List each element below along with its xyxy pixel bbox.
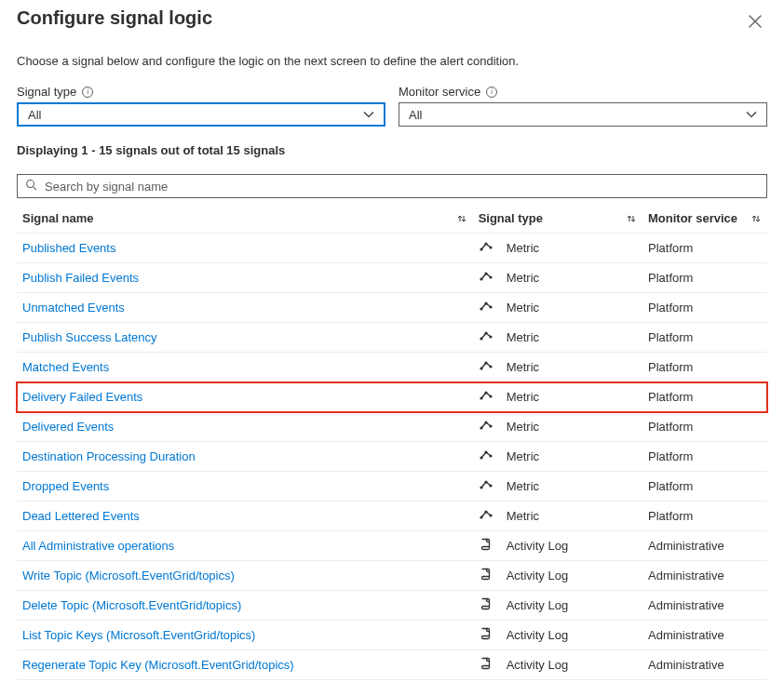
sort-icon <box>456 213 467 224</box>
monitor-service-text: Platform <box>642 472 767 502</box>
search-input[interactable] <box>43 179 759 194</box>
signal-link[interactable]: All Administrative operations <box>22 539 174 553</box>
table-row[interactable]: Delivered Events MetricPlatform <box>17 412 767 442</box>
signal-link[interactable]: Delivered Events <box>22 420 114 434</box>
table-row[interactable]: Write Topic (Microsoft.EventGrid/topics)… <box>17 561 767 591</box>
monitor-service-text: Platform <box>642 293 767 323</box>
signals-table: Signal name Signal type <box>17 204 767 680</box>
filters-row: Signal type i All Monitor service i All <box>17 85 767 127</box>
table-row[interactable]: Unmatched Events MetricPlatform <box>17 293 767 323</box>
signal-type-text: Metric <box>507 241 539 255</box>
monitor-service-text: Administrative <box>642 561 767 591</box>
signal-link[interactable]: Write Topic (Microsoft.EventGrid/topics) <box>22 569 235 582</box>
metric-icon <box>479 477 493 495</box>
monitor-service-text: Administrative <box>642 591 767 621</box>
table-row[interactable]: Publish Failed Events MetricPlatform <box>17 263 767 293</box>
panel-header: Configure signal logic <box>17 0 767 41</box>
metric-icon <box>479 269 493 287</box>
results-count: Displaying 1 - 15 signals out of total 1… <box>17 143 767 157</box>
signal-link[interactable]: List Topic Keys (Microsoft.EventGrid/top… <box>22 628 255 642</box>
signal-type-text: Metric <box>507 271 539 285</box>
col-header-monitor-service[interactable]: Monitor service <box>642 204 767 234</box>
signal-type-text: Metric <box>507 509 539 523</box>
signal-link[interactable]: Published Events <box>22 241 115 255</box>
table-row[interactable]: Published Events MetricPlatform <box>17 234 767 263</box>
monitor-service-text: Platform <box>642 502 767 531</box>
table-row[interactable]: Dropped Events MetricPlatform <box>17 472 767 502</box>
signal-type-text: Metric <box>507 390 539 404</box>
signal-link[interactable]: Publish Failed Events <box>22 271 139 285</box>
svg-line-1 <box>34 187 37 191</box>
metric-icon <box>479 388 493 406</box>
table-row[interactable]: All Administrative operations Activity L… <box>17 531 767 561</box>
metric-icon <box>479 507 493 525</box>
col-header-signal-type[interactable]: Signal type <box>473 204 642 234</box>
signal-type-text: Activity Log <box>507 628 568 642</box>
signal-link[interactable]: Delete Topic (Microsoft.EventGrid/topics… <box>22 598 241 612</box>
table-row[interactable]: Destination Processing Duration MetricPl… <box>17 442 767 472</box>
metric-icon <box>479 239 493 257</box>
svg-point-0 <box>27 181 34 188</box>
info-icon[interactable]: i <box>486 87 497 98</box>
activity-log-icon <box>479 537 493 555</box>
signal-type-text: Activity Log <box>507 569 568 582</box>
search-box[interactable] <box>17 174 767 198</box>
monitor-service-value: All <box>409 108 746 122</box>
intro-text: Choose a signal below and configure the … <box>17 54 767 68</box>
signal-type-label: Signal type <box>17 85 76 99</box>
col-header-signal-name[interactable]: Signal name <box>17 204 473 234</box>
metric-icon <box>479 358 493 376</box>
signal-type-filter: Signal type i All <box>17 85 385 127</box>
close-icon[interactable] <box>743 9 767 35</box>
monitor-service-text: Platform <box>642 353 767 382</box>
signal-type-text: Metric <box>507 479 539 493</box>
chevron-down-icon <box>363 109 374 120</box>
metric-icon <box>479 448 493 465</box>
monitor-service-label-row: Monitor service i <box>399 85 767 99</box>
signal-type-text: Metric <box>507 420 539 434</box>
monitor-service-text: Administrative <box>642 650 767 680</box>
signal-link[interactable]: Regenerate Topic Key (Microsoft.EventGri… <box>22 658 294 672</box>
table-row[interactable]: Delivery Failed Events MetricPlatform <box>17 382 767 412</box>
monitor-service-filter: Monitor service i All <box>399 85 767 127</box>
signal-type-text: Metric <box>507 449 539 463</box>
monitor-service-text: Administrative <box>642 531 767 561</box>
signal-type-text: Metric <box>507 330 539 344</box>
signal-link[interactable]: Unmatched Events <box>22 301 125 315</box>
signal-link[interactable]: Dropped Events <box>22 479 109 493</box>
signal-type-text: Metric <box>507 360 539 374</box>
table-row[interactable]: Publish Success Latency MetricPlatform <box>17 323 767 353</box>
metric-icon <box>479 418 493 435</box>
table-row[interactable]: Delete Topic (Microsoft.EventGrid/topics… <box>17 591 767 621</box>
metric-icon <box>479 299 493 316</box>
chevron-down-icon <box>746 109 757 120</box>
table-row[interactable]: Matched Events MetricPlatform <box>17 353 767 382</box>
activity-log-icon <box>479 596 493 614</box>
monitor-service-text: Platform <box>642 382 767 412</box>
signal-type-label-row: Signal type i <box>17 85 385 99</box>
sort-icon <box>750 213 762 224</box>
signal-type-dropdown[interactable]: All <box>17 102 385 127</box>
monitor-service-dropdown[interactable]: All <box>399 102 767 127</box>
monitor-service-text: Platform <box>642 234 767 263</box>
table-row[interactable]: Regenerate Topic Key (Microsoft.EventGri… <box>17 650 767 680</box>
signal-link[interactable]: Publish Success Latency <box>22 330 157 344</box>
search-icon <box>25 179 37 194</box>
signal-type-text: Activity Log <box>507 598 568 612</box>
signal-type-value: All <box>28 108 363 122</box>
signal-type-text: Metric <box>507 301 539 315</box>
table-row[interactable]: List Topic Keys (Microsoft.EventGrid/top… <box>17 621 767 650</box>
panel-title: Configure signal logic <box>17 7 212 29</box>
activity-log-icon <box>479 626 493 644</box>
signal-link[interactable]: Dead Lettered Events <box>22 509 140 523</box>
signal-link[interactable]: Destination Processing Duration <box>22 449 196 463</box>
signal-link[interactable]: Delivery Failed Events <box>22 390 142 404</box>
signal-type-text: Activity Log <box>507 539 568 553</box>
metric-icon <box>479 328 493 346</box>
info-icon[interactable]: i <box>82 87 93 98</box>
table-row[interactable]: Dead Lettered Events MetricPlatform <box>17 502 767 531</box>
activity-log-icon <box>479 656 493 674</box>
signal-link[interactable]: Matched Events <box>22 360 109 374</box>
monitor-service-text: Platform <box>642 263 767 293</box>
monitor-service-text: Platform <box>642 412 767 442</box>
